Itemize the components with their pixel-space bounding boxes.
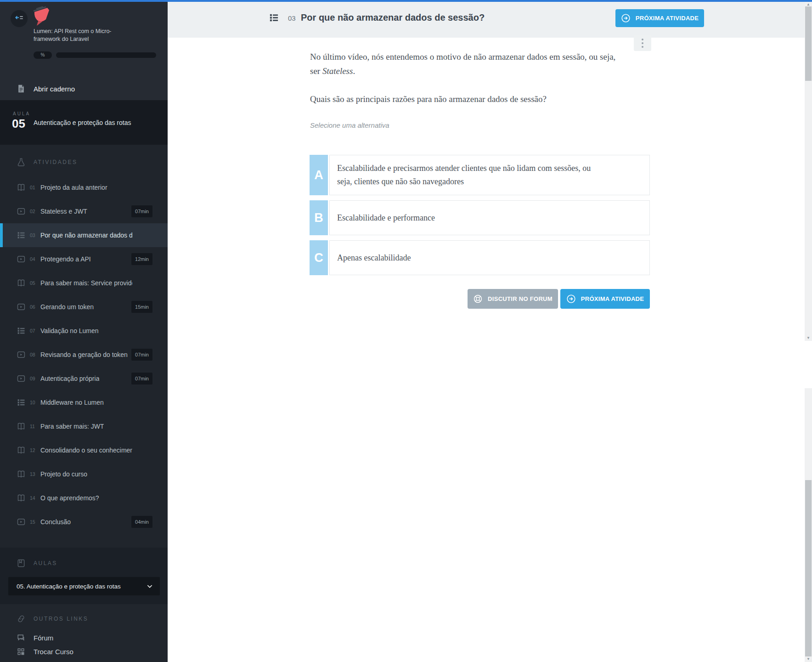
duration-badge: 07min bbox=[131, 373, 152, 385]
activity-item-10[interactable]: 10Middleware no Lumen bbox=[0, 390, 168, 414]
activity-item-04[interactable]: 04Protegendo a API12min bbox=[0, 247, 168, 271]
book-icon bbox=[17, 183, 26, 192]
activity-item-title: Protegendo a API bbox=[40, 255, 91, 263]
sidebar-course-section: Lumen: API Rest com o Micro-framework do… bbox=[0, 0, 168, 100]
content-scrollbar: ▲ ▼ bbox=[805, 2, 812, 341]
aulas-header-label: AULAS bbox=[34, 560, 57, 566]
collapse-sidebar-button[interactable] bbox=[11, 10, 28, 27]
activity-item-09[interactable]: 09Autenticação própria07min bbox=[0, 367, 168, 390]
video-icon bbox=[17, 350, 26, 359]
other-links-section: OUTROS LINKS Fórum Trocar Curso bbox=[0, 604, 168, 662]
scroll-down-arrow[interactable]: ▼ bbox=[805, 335, 812, 341]
alternative-body: Escalabilidade e performance bbox=[329, 200, 650, 235]
kebab-dot bbox=[642, 39, 643, 40]
activity-item-02[interactable]: 02Stateless e JWT07min bbox=[0, 199, 168, 223]
grid-icon bbox=[17, 647, 25, 656]
activity-item-06[interactable]: 06Gerando um token15min bbox=[0, 295, 168, 319]
question-body: No último vídeo, nós entendemos o motivo… bbox=[310, 50, 652, 129]
forum-link[interactable]: Fórum bbox=[17, 631, 168, 645]
video-icon bbox=[17, 517, 26, 526]
duration-badge: 15min bbox=[131, 301, 152, 313]
aulas-section: AULAS 05. Autenticação e proteção das ro… bbox=[0, 548, 168, 604]
video-icon bbox=[17, 374, 26, 383]
activity-item-number: 04 bbox=[30, 256, 38, 262]
discuss-forum-button[interactable]: DISCUTIR NO FORUM bbox=[468, 289, 558, 309]
book-icon bbox=[17, 470, 26, 479]
lesson-select-dropdown[interactable]: 05. Autenticação e proteção das rotas bbox=[8, 577, 160, 595]
activities-header: ATIVIDADES bbox=[17, 158, 168, 167]
book-icon bbox=[17, 493, 26, 503]
next-activity-label: PRÓXIMA ATIVIDADE bbox=[636, 15, 699, 22]
activity-item-title: Stateless e JWT bbox=[40, 208, 87, 215]
activity-item-05[interactable]: 05Para saber mais: Service providers bbox=[0, 271, 168, 295]
scroll-down-arrow[interactable]: ▼ bbox=[805, 656, 812, 662]
open-notebook-button[interactable]: Abrir caderno bbox=[0, 77, 168, 100]
book-icon bbox=[17, 278, 26, 288]
activity-item-number: 12 bbox=[30, 447, 38, 453]
activity-item-03[interactable]: 03Por que não armazenar dados de sess... bbox=[0, 223, 168, 247]
stateless-term: Stateless bbox=[322, 66, 353, 76]
question-intro: No último vídeo, nós entendemos o motivo… bbox=[310, 50, 625, 78]
quiz-icon bbox=[17, 326, 26, 335]
activity-item-07[interactable]: 07Validação no Lumen bbox=[0, 319, 168, 343]
book-icon bbox=[17, 422, 26, 431]
progress-bar bbox=[56, 52, 156, 58]
activity-item-number: 06 bbox=[30, 304, 38, 310]
course-player-page: Lumen: API Rest com o Micro-framework do… bbox=[0, 0, 812, 662]
course-title: Lumen: API Rest com o Micro-framework do… bbox=[34, 28, 114, 43]
activity-item-15[interactable]: 15Conclusão04min bbox=[0, 510, 168, 534]
next-activity-button-bottom[interactable]: PRÓXIMA ATIVIDADE bbox=[560, 289, 650, 309]
more-options-button[interactable] bbox=[634, 35, 651, 51]
change-course-link[interactable]: Trocar Curso bbox=[17, 645, 168, 658]
activity-item-title: Por que não armazenar dados de sess... bbox=[40, 232, 132, 239]
activity-item-14[interactable]: 14O que aprendemos? bbox=[0, 486, 168, 510]
forum-link-label: Fórum bbox=[34, 634, 53, 642]
flask-icon bbox=[17, 158, 26, 167]
scrollbar-thumb[interactable] bbox=[805, 6, 812, 81]
activity-item-number: 07 bbox=[30, 328, 38, 334]
activities-list: 01Projeto da aula anterior02Stateless e … bbox=[0, 175, 168, 534]
next-activity-button-header[interactable]: PRÓXIMA ATIVIDADE bbox=[615, 9, 704, 27]
duration-badge: 07min bbox=[131, 349, 152, 361]
activity-item-title: O que aprendemos? bbox=[40, 494, 99, 502]
activity-item-title: Projeto da aula anterior bbox=[40, 184, 107, 191]
discuss-forum-label: DISCUTIR NO FORUM bbox=[488, 295, 553, 302]
lesson-label: AULA bbox=[13, 111, 30, 116]
duration-badge: 04min bbox=[131, 516, 152, 528]
kebab-dot bbox=[642, 42, 643, 44]
activity-item-08[interactable]: 08Revisando a geração do token07min bbox=[0, 343, 168, 367]
activity-number: 03 bbox=[288, 14, 296, 22]
activity-item-title: Para saber mais: JWT bbox=[40, 423, 104, 430]
arrow-right-circle-icon bbox=[566, 294, 576, 304]
activity-item-number: 15 bbox=[30, 519, 38, 525]
scrollbar-thumb[interactable] bbox=[805, 480, 812, 656]
activity-item-12[interactable]: 12Consolidando o seu conhecimento bbox=[0, 438, 168, 462]
activity-item-number: 03 bbox=[30, 232, 38, 238]
aulas-header: AULAS bbox=[17, 559, 168, 568]
select-alternative-hint: Selecione uma alternativa bbox=[310, 121, 652, 129]
activity-item-title: Middleware no Lumen bbox=[40, 399, 104, 406]
video-icon bbox=[17, 255, 26, 264]
alternative-option-A[interactable]: AEscalabilidade e precisarmos atender cl… bbox=[310, 155, 650, 195]
link-chain-icon bbox=[17, 614, 26, 623]
alternative-option-B[interactable]: BEscalabilidade e performance bbox=[310, 200, 650, 235]
sidebar: Lumen: API Rest com o Micro-framework do… bbox=[0, 0, 168, 662]
activity-item-number: 02 bbox=[30, 209, 38, 214]
alternative-body: Apenas escalabilidade bbox=[329, 240, 650, 275]
activity-item-number: 13 bbox=[30, 471, 38, 477]
alternative-option-C[interactable]: CApenas escalabilidade bbox=[310, 240, 650, 275]
alternative-text: Escalabilidade e precisarmos atender cli… bbox=[337, 162, 594, 188]
chevron-down-icon bbox=[146, 583, 153, 590]
life-buoy-icon bbox=[473, 294, 483, 304]
activity-item-13[interactable]: 13Projeto do curso bbox=[0, 462, 168, 486]
activity-item-11[interactable]: 11Para saber mais: JWT bbox=[0, 414, 168, 438]
activities-header-label: ATIVIDADES bbox=[34, 159, 77, 165]
alternative-text: Apenas escalabilidade bbox=[337, 251, 411, 265]
activity-item-01[interactable]: 01Projeto da aula anterior bbox=[0, 175, 168, 199]
activities-section: ATIVIDADES 01Projeto da aula anterior02S… bbox=[0, 145, 168, 548]
activity-item-title: Revisando a geração do token bbox=[40, 351, 128, 358]
alternative-letter: B bbox=[310, 200, 328, 235]
activity-item-number: 14 bbox=[30, 495, 38, 501]
lesson-number: 05 bbox=[12, 117, 25, 131]
duration-badge: 07min bbox=[131, 205, 152, 217]
